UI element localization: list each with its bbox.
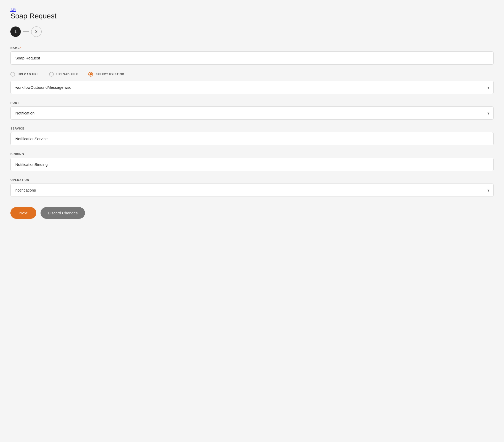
operation-section: OPERATION notifications ▾ bbox=[10, 178, 494, 197]
operation-select-wrapper: notifications ▾ bbox=[10, 183, 494, 197]
next-button[interactable]: Next bbox=[10, 207, 36, 219]
port-select[interactable]: Notification bbox=[10, 106, 494, 120]
breadcrumb-link[interactable]: API bbox=[10, 8, 16, 12]
binding-section: BINDING bbox=[10, 153, 494, 171]
radio-upload-url-input[interactable] bbox=[10, 72, 15, 77]
step-1: 1 bbox=[10, 26, 21, 37]
step-2: 2 bbox=[31, 26, 42, 37]
footer-buttons: Next Discard Changes bbox=[10, 207, 494, 219]
name-label: NAME* bbox=[10, 46, 494, 49]
wsdl-select[interactable]: workflowOutboundMessage.wsdl bbox=[10, 81, 494, 94]
name-section: NAME* bbox=[10, 46, 494, 65]
operation-label: OPERATION bbox=[10, 178, 494, 181]
port-select-wrapper: Notification ▾ bbox=[10, 106, 494, 120]
required-star: * bbox=[20, 46, 22, 49]
radio-select-existing-label: SELECT EXISTING bbox=[96, 73, 124, 76]
breadcrumb: API bbox=[10, 8, 494, 12]
wsdl-section: workflowOutboundMessage.wsdl ▾ bbox=[10, 81, 494, 94]
radio-upload-file-input[interactable] bbox=[49, 72, 54, 77]
service-label: SERVICE bbox=[10, 127, 494, 130]
binding-input[interactable] bbox=[10, 158, 494, 171]
radio-select-existing[interactable]: SELECT EXISTING bbox=[88, 72, 124, 77]
radio-select-existing-input[interactable] bbox=[88, 72, 93, 77]
name-input[interactable] bbox=[10, 51, 494, 65]
service-section: SERVICE bbox=[10, 127, 494, 145]
radio-upload-url-label: UPLOAD URL bbox=[18, 73, 39, 76]
radio-upload-url[interactable]: UPLOAD URL bbox=[10, 72, 39, 77]
wsdl-select-wrapper: workflowOutboundMessage.wsdl ▾ bbox=[10, 81, 494, 94]
wsdl-source-radio-group: UPLOAD URL UPLOAD FILE SELECT EXISTING bbox=[10, 72, 494, 77]
discard-button[interactable]: Discard Changes bbox=[41, 207, 85, 219]
port-label: PORT bbox=[10, 101, 494, 104]
stepper: 1 2 bbox=[10, 26, 494, 37]
binding-label: BINDING bbox=[10, 153, 494, 156]
port-section: PORT Notification ▾ bbox=[10, 101, 494, 120]
radio-upload-file[interactable]: UPLOAD FILE bbox=[49, 72, 78, 77]
page-title: Soap Request bbox=[10, 12, 494, 20]
operation-select[interactable]: notifications bbox=[10, 183, 494, 197]
step-connector bbox=[23, 31, 29, 32]
service-input[interactable] bbox=[10, 132, 494, 145]
radio-upload-file-label: UPLOAD FILE bbox=[56, 73, 78, 76]
